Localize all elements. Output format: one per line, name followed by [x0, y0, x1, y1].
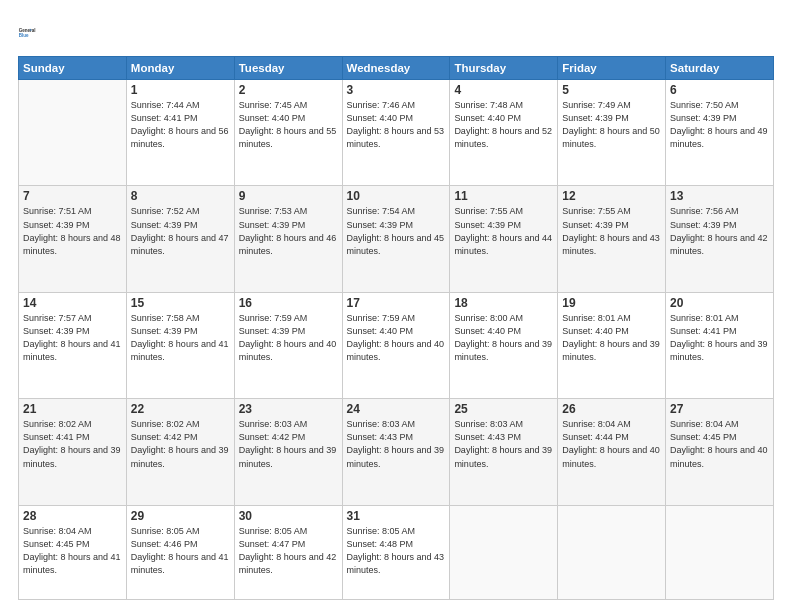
day-info: Sunrise: 7:44 AMSunset: 4:41 PMDaylight:… — [131, 100, 229, 149]
page: General Blue SundayMondayTuesdayWednesda… — [0, 0, 792, 612]
day-number: 19 — [562, 296, 661, 310]
day-number: 12 — [562, 189, 661, 203]
calendar-cell: 9 Sunrise: 7:53 AMSunset: 4:39 PMDayligh… — [234, 186, 342, 292]
week-row-4: 21 Sunrise: 8:02 AMSunset: 4:41 PMDaylig… — [19, 399, 774, 505]
weekday-header-sunday: Sunday — [19, 57, 127, 80]
weekday-header-saturday: Saturday — [666, 57, 774, 80]
calendar-cell: 12 Sunrise: 7:55 AMSunset: 4:39 PMDaylig… — [558, 186, 666, 292]
week-row-5: 28 Sunrise: 8:04 AMSunset: 4:45 PMDaylig… — [19, 505, 774, 599]
calendar-cell: 30 Sunrise: 8:05 AMSunset: 4:47 PMDaylig… — [234, 505, 342, 599]
calendar-cell: 22 Sunrise: 8:02 AMSunset: 4:42 PMDaylig… — [126, 399, 234, 505]
day-info: Sunrise: 7:45 AMSunset: 4:40 PMDaylight:… — [239, 100, 337, 149]
day-info: Sunrise: 7:58 AMSunset: 4:39 PMDaylight:… — [131, 313, 229, 362]
day-info: Sunrise: 7:51 AMSunset: 4:39 PMDaylight:… — [23, 206, 121, 255]
calendar-cell: 6 Sunrise: 7:50 AMSunset: 4:39 PMDayligh… — [666, 80, 774, 186]
day-info: Sunrise: 8:05 AMSunset: 4:47 PMDaylight:… — [239, 526, 337, 575]
calendar-cell: 8 Sunrise: 7:52 AMSunset: 4:39 PMDayligh… — [126, 186, 234, 292]
calendar-cell — [19, 80, 127, 186]
day-number: 23 — [239, 402, 338, 416]
day-info: Sunrise: 7:50 AMSunset: 4:39 PMDaylight:… — [670, 100, 768, 149]
day-number: 24 — [347, 402, 446, 416]
calendar-cell: 29 Sunrise: 8:05 AMSunset: 4:46 PMDaylig… — [126, 505, 234, 599]
day-number: 5 — [562, 83, 661, 97]
weekday-header-thursday: Thursday — [450, 57, 558, 80]
calendar-cell: 31 Sunrise: 8:05 AMSunset: 4:48 PMDaylig… — [342, 505, 450, 599]
logo: General Blue — [18, 18, 46, 46]
day-info: Sunrise: 8:05 AMSunset: 4:48 PMDaylight:… — [347, 526, 445, 575]
svg-text:Blue: Blue — [19, 33, 29, 38]
weekday-header-tuesday: Tuesday — [234, 57, 342, 80]
calendar-cell — [666, 505, 774, 599]
day-number: 4 — [454, 83, 553, 97]
week-row-2: 7 Sunrise: 7:51 AMSunset: 4:39 PMDayligh… — [19, 186, 774, 292]
weekday-header-wednesday: Wednesday — [342, 57, 450, 80]
week-row-1: 1 Sunrise: 7:44 AMSunset: 4:41 PMDayligh… — [19, 80, 774, 186]
day-number: 2 — [239, 83, 338, 97]
day-number: 7 — [23, 189, 122, 203]
calendar-cell: 4 Sunrise: 7:48 AMSunset: 4:40 PMDayligh… — [450, 80, 558, 186]
day-number: 31 — [347, 509, 446, 523]
day-info: Sunrise: 8:04 AMSunset: 4:44 PMDaylight:… — [562, 419, 660, 468]
calendar-cell: 17 Sunrise: 7:59 AMSunset: 4:40 PMDaylig… — [342, 292, 450, 398]
day-number: 22 — [131, 402, 230, 416]
calendar-cell: 14 Sunrise: 7:57 AMSunset: 4:39 PMDaylig… — [19, 292, 127, 398]
day-number: 15 — [131, 296, 230, 310]
day-number: 17 — [347, 296, 446, 310]
calendar-cell: 19 Sunrise: 8:01 AMSunset: 4:40 PMDaylig… — [558, 292, 666, 398]
day-info: Sunrise: 7:55 AMSunset: 4:39 PMDaylight:… — [562, 206, 660, 255]
day-info: Sunrise: 8:03 AMSunset: 4:43 PMDaylight:… — [454, 419, 552, 468]
weekday-header-friday: Friday — [558, 57, 666, 80]
day-number: 18 — [454, 296, 553, 310]
day-info: Sunrise: 8:03 AMSunset: 4:42 PMDaylight:… — [239, 419, 337, 468]
day-number: 29 — [131, 509, 230, 523]
day-number: 26 — [562, 402, 661, 416]
calendar-cell — [558, 505, 666, 599]
calendar-cell: 1 Sunrise: 7:44 AMSunset: 4:41 PMDayligh… — [126, 80, 234, 186]
calendar-cell: 13 Sunrise: 7:56 AMSunset: 4:39 PMDaylig… — [666, 186, 774, 292]
day-info: Sunrise: 7:52 AMSunset: 4:39 PMDaylight:… — [131, 206, 229, 255]
calendar-cell: 27 Sunrise: 8:04 AMSunset: 4:45 PMDaylig… — [666, 399, 774, 505]
day-number: 28 — [23, 509, 122, 523]
weekday-header-monday: Monday — [126, 57, 234, 80]
day-info: Sunrise: 7:59 AMSunset: 4:40 PMDaylight:… — [347, 313, 445, 362]
day-info: Sunrise: 7:55 AMSunset: 4:39 PMDaylight:… — [454, 206, 552, 255]
day-info: Sunrise: 8:03 AMSunset: 4:43 PMDaylight:… — [347, 419, 445, 468]
calendar-cell: 3 Sunrise: 7:46 AMSunset: 4:40 PMDayligh… — [342, 80, 450, 186]
day-info: Sunrise: 7:56 AMSunset: 4:39 PMDaylight:… — [670, 206, 768, 255]
day-number: 9 — [239, 189, 338, 203]
day-info: Sunrise: 8:02 AMSunset: 4:42 PMDaylight:… — [131, 419, 229, 468]
day-number: 21 — [23, 402, 122, 416]
calendar-cell: 20 Sunrise: 8:01 AMSunset: 4:41 PMDaylig… — [666, 292, 774, 398]
day-info: Sunrise: 8:04 AMSunset: 4:45 PMDaylight:… — [670, 419, 768, 468]
header: General Blue — [18, 18, 774, 46]
weekday-header-row: SundayMondayTuesdayWednesdayThursdayFrid… — [19, 57, 774, 80]
day-info: Sunrise: 8:01 AMSunset: 4:41 PMDaylight:… — [670, 313, 768, 362]
day-number: 16 — [239, 296, 338, 310]
day-number: 25 — [454, 402, 553, 416]
calendar-cell: 21 Sunrise: 8:02 AMSunset: 4:41 PMDaylig… — [19, 399, 127, 505]
day-number: 11 — [454, 189, 553, 203]
calendar-cell: 24 Sunrise: 8:03 AMSunset: 4:43 PMDaylig… — [342, 399, 450, 505]
day-info: Sunrise: 7:48 AMSunset: 4:40 PMDaylight:… — [454, 100, 552, 149]
calendar-cell: 28 Sunrise: 8:04 AMSunset: 4:45 PMDaylig… — [19, 505, 127, 599]
day-info: Sunrise: 7:53 AMSunset: 4:39 PMDaylight:… — [239, 206, 337, 255]
day-number: 1 — [131, 83, 230, 97]
svg-text:General: General — [19, 28, 36, 33]
day-info: Sunrise: 8:01 AMSunset: 4:40 PMDaylight:… — [562, 313, 660, 362]
day-info: Sunrise: 7:49 AMSunset: 4:39 PMDaylight:… — [562, 100, 660, 149]
calendar-cell — [450, 505, 558, 599]
day-number: 27 — [670, 402, 769, 416]
day-info: Sunrise: 7:57 AMSunset: 4:39 PMDaylight:… — [23, 313, 121, 362]
day-number: 30 — [239, 509, 338, 523]
calendar-cell: 16 Sunrise: 7:59 AMSunset: 4:39 PMDaylig… — [234, 292, 342, 398]
calendar-cell: 23 Sunrise: 8:03 AMSunset: 4:42 PMDaylig… — [234, 399, 342, 505]
calendar-cell: 11 Sunrise: 7:55 AMSunset: 4:39 PMDaylig… — [450, 186, 558, 292]
day-info: Sunrise: 8:05 AMSunset: 4:46 PMDaylight:… — [131, 526, 229, 575]
day-info: Sunrise: 7:54 AMSunset: 4:39 PMDaylight:… — [347, 206, 445, 255]
calendar-cell: 7 Sunrise: 7:51 AMSunset: 4:39 PMDayligh… — [19, 186, 127, 292]
calendar-cell: 18 Sunrise: 8:00 AMSunset: 4:40 PMDaylig… — [450, 292, 558, 398]
calendar-cell: 10 Sunrise: 7:54 AMSunset: 4:39 PMDaylig… — [342, 186, 450, 292]
calendar-cell: 5 Sunrise: 7:49 AMSunset: 4:39 PMDayligh… — [558, 80, 666, 186]
day-info: Sunrise: 8:00 AMSunset: 4:40 PMDaylight:… — [454, 313, 552, 362]
calendar-table: SundayMondayTuesdayWednesdayThursdayFrid… — [18, 56, 774, 600]
